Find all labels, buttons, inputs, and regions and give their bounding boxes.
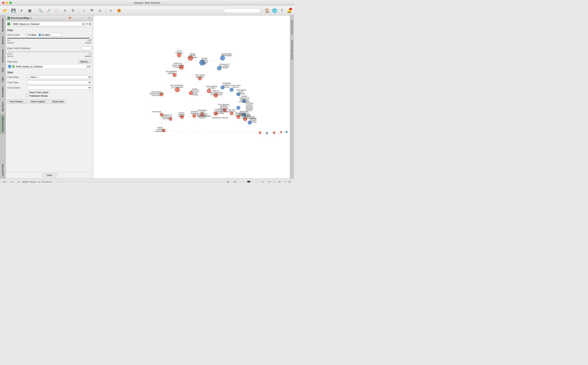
target-button[interactable]	[115, 7, 123, 14]
settings-button[interactable]: ⚙	[287, 179, 292, 183]
svg-text:S Transition: S Transition	[173, 66, 183, 68]
help-button[interactable]: ?	[279, 7, 285, 14]
edge-cutoff-value-input[interactable]: 0.375	[81, 46, 91, 50]
refresh-button[interactable]: ↻	[69, 7, 77, 14]
node-small2[interactable]	[266, 132, 268, 134]
subtract-button[interactable]: ⬜	[253, 179, 259, 183]
import-button[interactable]: ⬇	[18, 7, 25, 14]
panel-footer: Close	[6, 172, 93, 178]
table-button[interactable]: ▦	[26, 7, 33, 14]
zoom-out-button[interactable]: 🔎	[45, 7, 52, 14]
publication-ready-checkbox[interactable]	[26, 94, 28, 97]
show-chart-labels-checkbox[interactable]	[26, 91, 28, 94]
grid-view-button[interactable]: ⊞	[2, 179, 7, 183]
qvalue-radio-label[interactable]: Q-value	[38, 34, 50, 36]
close-window-button[interactable]	[2, 2, 5, 4]
dataset-count: 156	[87, 65, 90, 68]
main-layout: AutoAnnotate Network AutoAnnotate Style …	[0, 15, 294, 178]
select-button[interactable]: ✛	[232, 179, 238, 183]
chart-data-label: Chart Data:	[7, 76, 26, 78]
network-menu-button[interactable]: ☰	[89, 22, 91, 26]
maximize-window-button[interactable]	[9, 2, 12, 4]
open-file-button[interactable]: 📂	[2, 7, 9, 14]
qvalue-radio[interactable]	[38, 34, 41, 36]
network-view[interactable]: G2-M Transition Mitotic Spindle Checkpoi…	[93, 15, 290, 178]
show-chart-labels-row: Show Chart Labels	[7, 91, 91, 94]
node-slider-thumb[interactable]	[89, 37, 92, 40]
cutoff-value-input[interactable]: 0.05	[51, 33, 62, 37]
panel-close-button[interactable]: ✕	[88, 16, 91, 20]
notification-badge: 4	[289, 8, 292, 10]
sidebar-label-annotation[interactable]: Annotation	[1, 85, 4, 98]
options-button[interactable]: Options...	[78, 60, 91, 63]
network-canvas: G2-M Transition Mitotic Spindle Checkpoi…	[93, 15, 290, 178]
sidebar-label-autoannotate2[interactable]: AutoAnnotate	[1, 48, 4, 64]
notify-button[interactable]: 🔔 4	[286, 7, 292, 14]
add-network-button[interactable]: +	[86, 22, 88, 26]
search-input[interactable]	[224, 8, 260, 13]
node-summary-label[interactable]: Node Summary	[291, 20, 294, 35]
show-button[interactable]: ◎	[97, 7, 104, 14]
table-tools-button[interactable]: ⊞	[225, 179, 231, 183]
publication-ready-row: Publication-Ready	[7, 94, 91, 97]
chart-colors-select[interactable]	[27, 86, 91, 90]
chart-data-row: Chart Data: --- None ---	[7, 75, 91, 79]
sidebar-label-network[interactable]: Network	[1, 35, 4, 46]
node-retinoblastoma[interactable]	[237, 106, 240, 110]
save-button[interactable]: 💾	[10, 7, 17, 14]
panel-maximize-button[interactable]: ⬜	[48, 16, 52, 20]
find-clusters-button[interactable]: Find Clusters...	[7, 99, 27, 104]
sidebar-label-style[interactable]: Style	[1, 66, 4, 73]
edge-slider-thumb[interactable]	[6, 50, 8, 53]
sidebar-label-enrichmentmap[interactable]: EnrichmentMap	[1, 115, 4, 133]
sidebar-label-autoannotate[interactable]: AutoAnnotate	[1, 17, 4, 33]
dataset-checkbox[interactable]	[8, 65, 11, 68]
svg-text:Fructosuria: Fructosuria	[152, 111, 161, 113]
svg-text:_PATHWAY: _PATHWAY	[240, 116, 250, 118]
text-button[interactable]: A	[260, 179, 266, 183]
network-select[interactable]: PAAD_Basal_vs_Classical	[11, 22, 85, 26]
nav-web-button[interactable]: 🌐	[271, 7, 278, 14]
bottom-area: ⊞ ⇄ ↗ PAAD_Basal_vs_Classical ⊞ ✛ ⬜ ⬛ ⬜ …	[0, 178, 294, 182]
auto-annotate-display-label[interactable]: AutoAnnotate Display	[291, 39, 294, 60]
svg-text:of compounds: of compounds	[211, 94, 222, 96]
node-cutoff-label: Node Cutoff:	[7, 34, 24, 36]
sidebar-label-appstore[interactable]: App Store	[1, 101, 4, 113]
zoom-in-button[interactable]: 🔍	[37, 7, 44, 14]
sidebar-label-filter[interactable]: Filter	[1, 76, 4, 83]
close-panel-button[interactable]: Close	[42, 173, 56, 177]
node-synapse[interactable]	[192, 114, 196, 118]
panel-pin-button[interactable]: 📌	[68, 16, 72, 20]
chart-type-select[interactable]	[27, 80, 91, 84]
svg-text:process: process	[209, 87, 215, 89]
reset-style-button[interactable]: Reset Style	[50, 99, 66, 104]
pvalue-radio-label[interactable]: P-value	[25, 34, 36, 36]
minimize-window-button[interactable]	[6, 2, 8, 4]
node-small5[interactable]	[286, 131, 287, 133]
node-small3[interactable]	[273, 132, 275, 134]
panel-arrow: ▼	[30, 17, 32, 19]
node-small1[interactable]	[259, 132, 261, 134]
dataset-icon	[12, 65, 15, 68]
copy-button[interactable]: ⎘	[107, 7, 115, 14]
sidebar-section-annotation: Annotation	[0, 84, 6, 99]
box-select-button[interactable]: ⬜	[239, 179, 245, 183]
fit-button[interactable]: ⛶	[53, 7, 60, 14]
zoom-sel-button[interactable]: ⊕	[61, 7, 69, 14]
pvalue-radio[interactable]	[25, 34, 28, 36]
sidebar-section-appstore: App Store	[0, 100, 6, 114]
share-button[interactable]: ⇄	[8, 179, 14, 183]
adjust-button[interactable]: ⊕	[277, 179, 282, 183]
home-button[interactable]: ⌂	[80, 7, 87, 14]
node-foxa2[interactable]	[230, 88, 233, 91]
show-legend-button[interactable]: Show Legend...	[28, 99, 49, 104]
sidebar-label-layouttools[interactable]: Layout Tools	[1, 162, 4, 177]
external-link-button[interactable]: ↗	[15, 179, 21, 183]
hide-button[interactable]: 👁	[88, 7, 96, 14]
node-cutoff-row: Node Cutoff: P-value Q-value 0.05	[7, 33, 91, 37]
nav-home-button[interactable]: 🏠	[264, 7, 270, 14]
chart-data-select[interactable]: --- None ---	[27, 75, 91, 79]
lasso-button[interactable]: ⬛	[246, 179, 252, 183]
node-small4[interactable]	[280, 131, 282, 133]
checkbox-col-button[interactable]: ☑	[267, 179, 273, 183]
